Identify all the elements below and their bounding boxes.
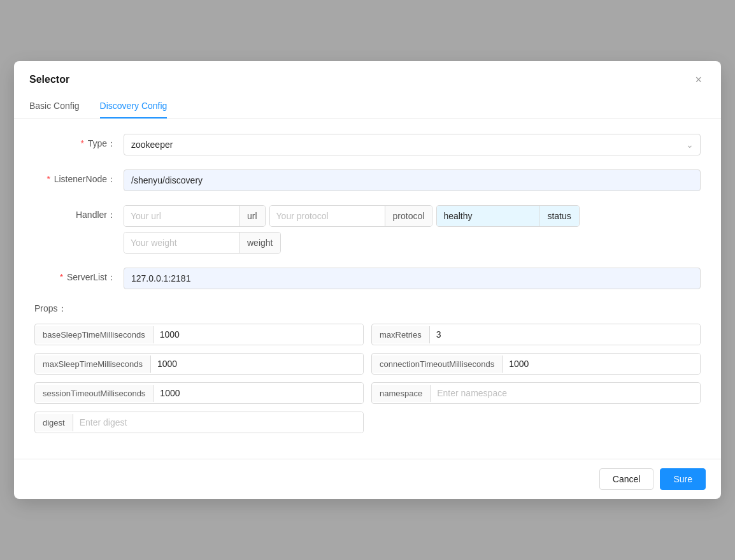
handler-protocol-tag: protocol (385, 206, 432, 226)
listener-required-star: * (46, 174, 50, 184)
confirm-button[interactable]: Sure (660, 468, 706, 490)
prop-key-namespace: namespace (372, 385, 431, 402)
prop-value-max-retries[interactable] (430, 324, 700, 345)
type-label: * Type： (34, 134, 124, 150)
modal-header: Selector × (14, 61, 721, 87)
handler-protocol-input[interactable] (270, 206, 385, 226)
prop-session-timeout: sessionTimeoutMilliseconds (34, 382, 364, 404)
type-select-wrapper: zookeeper nacos eureka (124, 134, 701, 155)
handler-url-tag: url (239, 206, 265, 226)
props-label: Props： (34, 303, 701, 315)
handler-status-input[interactable] (437, 206, 539, 226)
server-required-star: * (60, 272, 63, 282)
prop-max-sleep-time: maxSleepTimeMilliseconds (34, 353, 364, 375)
modal-overlay: Selector × Basic Config Discovery Config… (0, 0, 735, 560)
handler-row-2: weight (124, 232, 701, 254)
prop-value-namespace[interactable] (431, 383, 700, 403)
modal-title: Selector (29, 74, 69, 85)
prop-value-connection-timeout[interactable] (503, 354, 700, 374)
prop-value-base-sleep[interactable] (153, 324, 363, 345)
prop-key-digest: digest (35, 414, 73, 431)
tab-basic-config[interactable]: Basic Config (29, 94, 80, 118)
type-required-star: * (81, 138, 84, 148)
handler-status-group: status (436, 205, 579, 227)
tabs: Basic Config Discovery Config (14, 94, 721, 118)
handler-weight-input[interactable] (124, 233, 239, 253)
prop-key-base-sleep: baseSleepTimeMilliseconds (35, 326, 153, 343)
handler-rows: url protocol status (124, 205, 701, 254)
handler-url-input[interactable] (124, 206, 239, 226)
type-row: * Type： zookeeper nacos eureka (34, 134, 701, 155)
handler-row-1: url protocol status (124, 205, 701, 227)
prop-value-digest[interactable] (73, 412, 363, 433)
prop-key-connection-timeout: connectionTimeoutMilliseconds (372, 355, 503, 373)
listener-node-input[interactable] (124, 169, 701, 191)
prop-value-session-timeout[interactable] (153, 383, 363, 403)
type-select[interactable]: zookeeper nacos eureka (124, 134, 701, 155)
handler-url-group: url (124, 205, 266, 227)
modal-footer: Cancel Sure (14, 459, 721, 499)
modal-body: * Type： zookeeper nacos eureka * (14, 118, 721, 459)
server-list-row: * ServerList： (34, 268, 701, 289)
server-list-control (124, 268, 701, 289)
handler-weight-tag: weight (239, 233, 280, 253)
listener-node-row: * ListenerNode： (34, 169, 701, 191)
prop-value-max-sleep[interactable] (151, 354, 363, 374)
handler-control: url protocol status (124, 205, 701, 254)
tab-discovery-config[interactable]: Discovery Config (100, 94, 168, 118)
prop-digest: digest (34, 412, 364, 433)
prop-key-session-timeout: sessionTimeoutMilliseconds (35, 385, 153, 402)
props-grid: baseSleepTimeMilliseconds maxRetries max… (34, 324, 701, 433)
listener-node-label: * ListenerNode： (34, 169, 124, 185)
handler-protocol-group: protocol (269, 205, 433, 227)
handler-label: Handler： (34, 205, 124, 221)
prop-key-max-sleep: maxSleepTimeMilliseconds (35, 355, 151, 373)
prop-connection-timeout: connectionTimeoutMilliseconds (371, 353, 701, 375)
props-section: Props： baseSleepTimeMilliseconds maxRetr… (34, 303, 701, 433)
type-control: zookeeper nacos eureka (124, 134, 701, 155)
close-button[interactable]: × (691, 73, 706, 87)
cancel-button[interactable]: Cancel (599, 468, 654, 490)
prop-base-sleep-time: baseSleepTimeMilliseconds (34, 324, 364, 345)
handler-status-tag: status (539, 206, 578, 226)
handler-weight-group: weight (124, 232, 281, 254)
server-list-label: * ServerList： (34, 268, 124, 284)
prop-key-max-retries: maxRetries (372, 326, 430, 343)
modal: Selector × Basic Config Discovery Config… (14, 61, 721, 499)
prop-max-retries: maxRetries (371, 324, 701, 345)
handler-row: Handler： url protocol (34, 205, 701, 254)
server-list-input[interactable] (124, 268, 701, 289)
listener-node-control (124, 169, 701, 191)
prop-namespace: namespace (371, 382, 701, 404)
